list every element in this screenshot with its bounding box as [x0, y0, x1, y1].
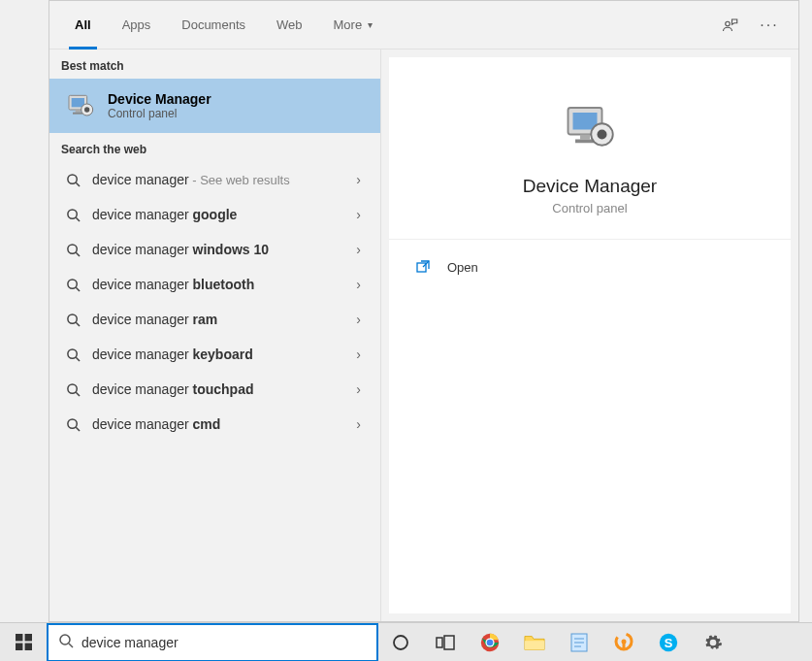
open-icon [414, 259, 432, 275]
device-manager-icon [63, 88, 98, 123]
svg-point-0 [726, 21, 731, 26]
svg-rect-28 [437, 638, 442, 647]
web-suggestion[interactable]: device manager bluetooth› [49, 267, 380, 302]
search-icon [63, 417, 82, 432]
tab-more[interactable]: More ▾ [318, 1, 389, 50]
taskbar-app-settings[interactable] [691, 623, 735, 662]
svg-point-14 [67, 418, 76, 427]
options-button[interactable]: ··· [750, 6, 789, 45]
svg-rect-24 [16, 644, 22, 650]
taskbar-app-explorer[interactable] [512, 623, 557, 662]
preview-title: Device Manager [523, 176, 657, 197]
search-input[interactable] [81, 625, 367, 660]
svg-point-10 [67, 279, 76, 287]
tab-all[interactable]: All [59, 1, 107, 50]
svg-rect-23 [24, 634, 31, 641]
svg-point-8 [67, 209, 76, 217]
best-match-text: Device Manager Control panel [108, 91, 211, 120]
chevron-right-icon: › [350, 277, 367, 292]
web-suggestion[interactable]: device manager keyboard› [49, 337, 380, 372]
gear-icon [703, 633, 723, 652]
search-icon [63, 243, 82, 257]
result-preview-pane: Device Manager Control panel Open [389, 57, 791, 613]
svg-point-6 [84, 107, 89, 112]
svg-point-12 [67, 348, 76, 357]
web-suggestion[interactable]: device manager ram› [49, 302, 380, 337]
search-filter-tabs: All Apps Documents Web More ▾ ··· [49, 1, 798, 50]
preview-actions: Open [389, 240, 791, 294]
start-button[interactable] [0, 623, 47, 662]
web-suggestion-text: device manager windows 10 [92, 242, 350, 257]
taskbar: S [0, 622, 812, 661]
tab-apps[interactable]: Apps [107, 1, 167, 50]
taskview-icon [436, 635, 455, 650]
search-icon [63, 347, 82, 362]
svg-point-13 [67, 383, 76, 392]
section-header-best-match: Best match [49, 50, 380, 79]
chevron-right-icon: › [350, 172, 367, 187]
svg-rect-29 [444, 636, 454, 649]
svg-text:S: S [665, 635, 673, 649]
svg-rect-25 [24, 644, 31, 650]
svg-point-11 [67, 314, 76, 322]
web-suggestion-text: device manager keyboard [92, 347, 350, 362]
svg-rect-17 [580, 135, 590, 140]
preview-header: Device Manager Control panel [389, 57, 791, 240]
search-icon [63, 278, 82, 292]
web-suggestion-text: device manager bluetooth [92, 277, 350, 292]
chevron-right-icon: › [350, 347, 367, 362]
chevron-right-icon: › [350, 381, 367, 397]
feedback-button[interactable] [711, 6, 750, 45]
tab-more-label: More [334, 17, 363, 32]
search-icon [63, 173, 82, 187]
svg-point-32 [487, 639, 494, 645]
web-suggestion-text: device manager touchpad [92, 381, 350, 397]
taskbar-cortana[interactable] [378, 623, 423, 662]
svg-rect-21 [417, 263, 426, 272]
taskbar-taskview[interactable] [423, 623, 468, 662]
taskbar-search-box[interactable] [47, 623, 378, 662]
preview-subtitle: Control panel [552, 201, 627, 215]
web-suggestion-text: device manager - See web results [92, 172, 350, 187]
device-manager-icon-large [559, 96, 621, 158]
web-suggestion[interactable]: device manager google› [49, 197, 380, 232]
search-icon [63, 313, 82, 327]
search-main-area: Best match Device Manager Control panel [49, 50, 798, 621]
svg-point-27 [394, 636, 407, 649]
chevron-right-icon: › [350, 416, 367, 432]
taskbar-app-notepad[interactable] [557, 623, 601, 662]
action-open[interactable]: Open [389, 249, 791, 284]
taskbar-app-skype[interactable]: S [646, 623, 691, 662]
svg-point-9 [67, 244, 76, 252]
svg-point-7 [67, 174, 76, 182]
best-match-title: Device Manager [108, 91, 211, 107]
web-suggestion[interactable]: device manager cmd› [49, 407, 380, 442]
web-suggestion[interactable]: device manager touchpad› [49, 372, 380, 407]
tab-web[interactable]: Web [261, 1, 318, 50]
search-icon [63, 208, 82, 222]
svg-rect-3 [76, 110, 81, 113]
best-match-subtitle: Control panel [108, 107, 211, 120]
cortana-icon [391, 633, 410, 652]
skype-icon: S [658, 632, 679, 653]
web-suggestion[interactable]: device manager - See web results› [49, 162, 380, 197]
web-suggestion-text: device manager ram [92, 312, 350, 327]
windows-logo-icon [16, 634, 32, 650]
search-results-list: Best match Device Manager Control panel [49, 50, 381, 621]
tab-documents[interactable]: Documents [166, 1, 261, 50]
svg-rect-22 [16, 634, 22, 641]
taskbar-app-openvpn[interactable] [601, 623, 646, 662]
file-explorer-icon [524, 633, 545, 652]
chevron-right-icon: › [350, 207, 367, 222]
taskbar-app-chrome[interactable] [468, 623, 512, 662]
web-suggestion[interactable]: device manager windows 10› [49, 232, 380, 267]
svg-point-20 [598, 130, 607, 140]
openvpn-icon [614, 632, 633, 653]
search-icon [58, 633, 74, 652]
chrome-icon [479, 632, 501, 653]
best-match-result[interactable]: Device Manager Control panel [49, 79, 380, 133]
svg-rect-33 [525, 641, 544, 649]
ellipsis-icon: ··· [760, 17, 778, 34]
chevron-right-icon: › [350, 242, 367, 257]
chevron-right-icon: › [350, 312, 367, 327]
